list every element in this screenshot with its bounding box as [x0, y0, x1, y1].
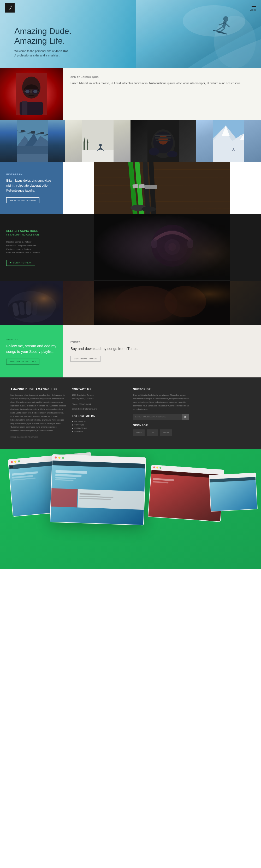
site-logo[interactable]: ℐ: [5, 3, 14, 12]
music-info-panel: SELF-EFFACING RAGE FT. FASCINATING COLLI…: [0, 214, 63, 281]
svg-rect-33: [31, 131, 35, 133]
svg-rect-32: [21, 130, 25, 132]
play-button-label: CLICK TO PLAY: [13, 261, 32, 264]
itunes-button[interactable]: BUY FROM ITUNES: [71, 356, 101, 362]
dark-photo-right-image: [63, 281, 261, 325]
footer-subscribe-column: SUBSCRIBE Duis sollicitudin facilisis du…: [133, 388, 189, 439]
bullet-icon: [72, 428, 73, 429]
social-facebook[interactable]: FACEBOOK: [72, 420, 128, 423]
footer-extra-column: [194, 388, 251, 439]
ski-photo-image: [63, 162, 261, 214]
section-label: SED FAUCIBUS QUIS: [71, 76, 253, 79]
menu-button[interactable]: MENU: [250, 5, 256, 11]
hero-section: ℐ MENU Amazing Dude. Amazing Life. Welco…: [0, 0, 261, 68]
svg-rect-135: [77, 489, 144, 510]
device-mockups-image: [0, 449, 261, 569]
music-background-image: [63, 214, 261, 280]
footer-subscribe-title: SUBSCRIBE: [133, 388, 189, 391]
bullet-icon: [72, 421, 73, 422]
bullet-icon: [72, 425, 73, 426]
play-button[interactable]: CLICK TO PLAY: [6, 260, 35, 266]
footer-sponsor-title: SPONSOR: [133, 424, 189, 427]
hero-subtitle: Welcome to the personal site of John Doe…: [14, 49, 72, 58]
hero-content: Amazing Dude. Amazing Life. Welcome to t…: [14, 26, 72, 58]
photo-grid-item-2: [65, 120, 130, 162]
credit-direction: Direction James G. Rohner: [6, 240, 57, 244]
svg-rect-34: [40, 132, 44, 134]
itunes-panel: ITUNES Buy and download my songs from iT…: [63, 325, 261, 377]
music-subtitle: FT. FASCINATING COLLISION: [6, 234, 57, 236]
spotify-panel: SPOTIFY Follow me, stream and add my son…: [0, 325, 63, 377]
social-twitter[interactable]: TWITTER: [72, 424, 128, 426]
instagram-panel: INSTAGRAM Etiam lacus dolor, tincidunt v…: [0, 162, 63, 214]
social-instagram[interactable]: INSTAGRAM: [72, 427, 128, 429]
footer-contact-title: CONTACT ME: [72, 388, 128, 391]
footer-brand-title: AMAZING DUDE. AMAZING LIFE.: [10, 388, 67, 391]
subscribe-submit-button[interactable]: ▶: [182, 414, 189, 420]
svg-rect-41: [87, 143, 88, 150]
skier-portrait-photo: [0, 68, 63, 120]
photo-grid-item-1: [0, 120, 65, 162]
svg-rect-119: [10, 466, 13, 469]
navigation: ℐ MENU: [0, 0, 261, 16]
credit-executive: Executive Producer Jack H. Hockart: [6, 251, 57, 255]
sponsor-logo-3: LOGO: [160, 429, 172, 436]
svg-rect-134: [51, 488, 77, 507]
footer: AMAZING DUDE. AMAZING LIFE. Mauris ornar…: [0, 377, 261, 449]
itunes-text: Buy and download my songs from iTunes.: [71, 346, 253, 351]
sponsor-logo-2: LOGO: [147, 429, 158, 436]
hero-name: John Doe: [55, 50, 68, 53]
hero-title-line1: Amazing Dude.: [14, 26, 72, 36]
mockup-background: [0, 449, 261, 569]
svg-rect-57: [155, 137, 172, 138]
photo-grid: SCOTT: [0, 120, 261, 162]
svg-point-87: [142, 207, 156, 212]
photo-grid-item-4: [196, 120, 261, 162]
logo-text: ℐ: [9, 5, 11, 11]
hero-subtitle-text: Welcome to the personal site of: [14, 50, 54, 53]
footer-phone: Phone: 333-476-494: [72, 403, 128, 406]
spotify-text: Follow me, stream and add my songs to yo…: [6, 343, 57, 354]
subscribe-email-input[interactable]: [133, 414, 182, 420]
instagram-label: INSTAGRAM: [6, 173, 57, 176]
instagram-button[interactable]: VIEW ON INSTAGRAM: [6, 197, 39, 203]
svg-rect-82: [132, 184, 138, 188]
social-twitter-label: TWITTER: [74, 424, 84, 426]
menu-label: MENU: [250, 9, 256, 11]
mountain-image: [196, 120, 261, 162]
svg-rect-35: [17, 154, 48, 162]
footer-brand-text: Mauris ornare lobortis arcu, at sodales …: [10, 393, 67, 433]
subscribe-form: ▶: [133, 414, 189, 420]
svg-rect-58: [156, 140, 171, 141]
hero-title: Amazing Dude. Amazing Life.: [14, 26, 72, 46]
credit-production: Production Company Sparamew: [6, 244, 57, 248]
spotify-button[interactable]: FOLLOW ON SPOTIFY: [6, 359, 39, 365]
social-facebook-label: FACEBOOK: [74, 420, 86, 423]
about-text-panel: SED FAUCIBUS QUIS Fusce bibendum luctus …: [63, 68, 261, 120]
sponsor-logos: LOGO LOGO LOGO: [133, 429, 189, 436]
svg-rect-83: [139, 184, 145, 188]
svg-rect-17: [30, 90, 32, 93]
streaming-section: SPOTIFY Follow me, stream and add my son…: [0, 325, 261, 377]
play-icon: [10, 261, 11, 264]
hero-title-line2: Amazing Life.: [14, 36, 65, 45]
svg-rect-96: [94, 214, 230, 280]
social-spotify-label: SPOTIFY: [74, 431, 83, 433]
footer-social-title: FOLLOW ME ON: [72, 415, 128, 418]
mockup-section: [0, 449, 261, 569]
svg-rect-37: [82, 149, 114, 162]
social-spotify[interactable]: SPOTIFY: [72, 431, 128, 433]
music-title: SELF-EFFACING RAGE: [6, 229, 57, 232]
sponsor-logo-1: LOGO: [133, 429, 145, 436]
ski-lift-image: [0, 120, 65, 162]
music-section: SELF-EFFACING RAGE FT. FASCINATING COLLI…: [0, 214, 261, 281]
credit-produced: Produced Laura Y. Carlam: [6, 248, 57, 251]
svg-rect-84: [145, 185, 151, 189]
about-section: SED FAUCIBUS QUIS Fusce bibendum luctus …: [0, 68, 261, 120]
ski-boot-image: SCOTT: [130, 120, 196, 162]
skier-face-illustration: [16, 73, 47, 115]
ski-equipment-photo: [63, 162, 261, 214]
footer-copyright: ©2014, ALL RIGHTS RESERVED.: [10, 436, 67, 439]
red-photo-overlay: [0, 68, 63, 120]
hands-detail-image: [0, 281, 63, 325]
